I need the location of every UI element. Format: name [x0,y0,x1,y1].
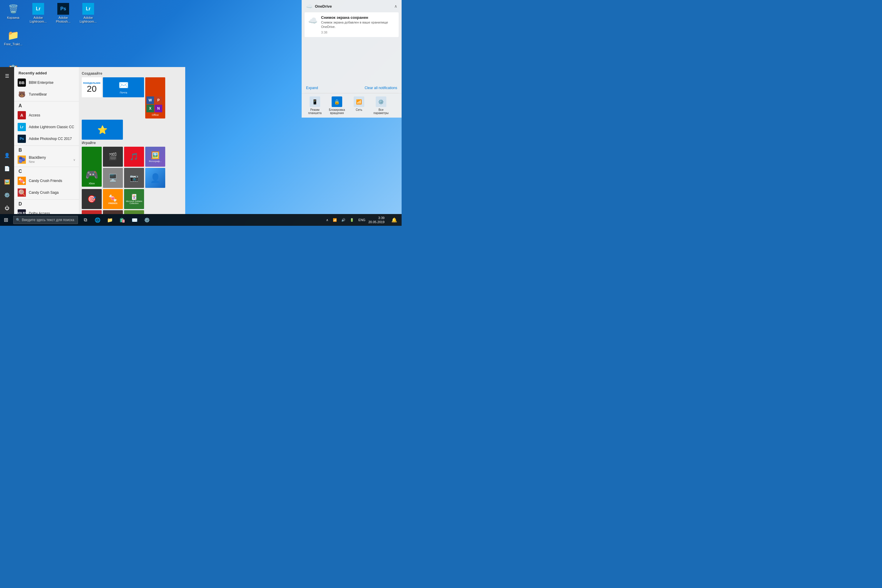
tablet-mode-label: Режимпланшета [308,108,322,115]
tile-groove[interactable]: 🎵 [124,147,144,167]
folder1-icon: 📁 [8,29,19,41]
taskbar-clock[interactable]: 3:39 20.05.2019 [368,216,387,224]
tile-game2[interactable]: ⚔️ [103,210,123,214]
calendar-num: 20 [87,84,96,93]
desktop: 🗑️ Корзина Lr AdobeLightroom... Ps Adobe… [0,0,402,226]
tile-calc[interactable]: 🖥️ [103,168,123,188]
tile-photo[interactable]: 🖼️ Фотограф... [145,147,165,167]
mail-icon: ✉️ [118,80,129,90]
app-lightroom[interactable]: Lr Adobe Lightroom Classic CC [14,121,79,133]
desktop-icon-lr2[interactable]: Lr AdobeLightroom... [78,3,99,24]
tunnelbear-label: TunnelBear [29,92,47,96]
bbm-icon: BB [18,78,26,87]
tile-mypeople[interactable]: ⭐ [82,120,123,140]
mail-label: Почта [120,91,127,94]
folder1-label: Free_Trakt... [4,42,22,46]
expand-link[interactable]: Expand [306,86,318,90]
game-dark-icon: 🎯 [87,195,96,203]
tile-office[interactable]: W P X N Office [145,77,165,118]
taskbar-right: ∧ 📶 🔊 🔋 ENG 3:39 20.05.2019 🔔 [325,214,402,226]
taskbar-chevron-up[interactable]: ∧ [325,218,330,222]
app-tunnelbear[interactable]: 🐻 TunnelBear [14,88,79,100]
taskbar-date: 20.05.2019 [368,220,384,224]
action-tablet-mode[interactable]: 📱 Режимпланшета [306,96,324,115]
lightroom-list-icon: Lr [18,123,26,131]
tile-camera[interactable]: 📷 [124,168,144,188]
app-candy-saga[interactable]: 🍭 Candy Crush Saga [14,187,79,198]
app-access[interactable]: A Access [14,110,79,121]
notif-close-btn[interactable]: ∧ [394,4,397,9]
tile-candy-friends[interactable]: 🍬 FRIENDS [103,189,123,209]
desktop-icon-folder1[interactable]: 📁 Free_Trakt... [3,29,24,46]
taskbar-volume-icon[interactable]: 🔊 [340,218,347,222]
clear-all-link[interactable]: Clear all notifications [364,86,397,90]
edge-taskbar-btn[interactable]: 🌐 [92,214,104,226]
notif-desc: Снимок экрана добавлен в ваше хранилище … [321,20,396,29]
tunnelbear-icon: 🐻 [18,90,26,99]
tile-calendar[interactable]: понедельник 20 [82,77,102,98]
sidebar-docs[interactable]: 📄 [1,163,13,174]
tile-mail[interactable]: ✉️ Почта [103,77,144,98]
search-icon: 🔍 [16,218,20,222]
tile-films[interactable]: 🎬 [103,147,123,167]
app-candy-friends[interactable]: 🍬 Candy Crush Friends [14,175,79,187]
photoshop-list-icon: Ps [18,135,26,143]
tile-game3[interactable]: 🌿 [124,210,144,214]
calc-icon: 🖥️ [108,174,117,182]
tile-person[interactable]: 👤 [145,168,165,188]
taskbar-language[interactable]: ENG [357,218,367,222]
app-blackberry[interactable]: 🫐 BlackBerryNew ∨ [14,154,79,166]
desktop-icon-lr[interactable]: Lr AdobeLightroom... [28,3,48,24]
start-sidebar: ☰ 👤 📄 🖼️ ⚙️ ⏻ [0,67,14,214]
access-label: Access [29,113,40,117]
store-taskbar-btn[interactable]: 🛍️ [116,214,128,226]
task-view-btn[interactable]: ⧉ [80,214,91,226]
mail-taskbar-btn[interactable]: ✉️ [129,214,141,226]
rotation-lock-icon: 🔒 [332,96,342,107]
tile-game-dark[interactable]: 🎯 [82,189,102,209]
tile-xbox[interactable]: 🎮 Xbox [82,147,102,187]
all-settings-icon: ⚙️ [376,96,386,107]
lightroom2-label: AdobeLightroom... [80,16,97,24]
taskbar-pinned-apps: ⧉ 🌐 📁 🛍️ ✉️ ⚙️ [80,214,153,226]
mypeople-icon: ⭐ [98,125,108,135]
explorer-taskbar-btn[interactable]: 📁 [104,214,116,226]
search-input[interactable] [22,218,75,222]
action-all-settings[interactable]: ⚙️ Всепараметры [372,96,390,115]
start-button[interactable]: ⊞ [0,214,12,226]
section-c: C [14,167,79,175]
sidebar-settings[interactable]: ⚙️ [1,189,13,201]
action-network[interactable]: 📶 Сеть [350,96,368,115]
photo-label: Фотограф... [149,160,161,163]
sidebar-hamburger[interactable]: ☰ [1,70,13,82]
app-photoshop[interactable]: Ps Adobe Photoshop CC 2017 [14,133,79,145]
tile-candy-saga[interactable]: 🍭 [82,210,102,214]
candy-friends-label: Candy Crush Friends [29,179,62,183]
dolby-icon: DOLBY [18,209,26,214]
settings-taskbar-btn[interactable]: ⚙️ [141,214,153,226]
sidebar-photos[interactable]: 🖼️ [1,176,13,188]
tiles-photo-col: 🖼️ Фотограф... 👤 [145,147,165,188]
taskbar-network-icon[interactable]: 📶 [332,218,338,222]
sidebar-power[interactable]: ⏻ [1,202,13,214]
sidebar-user[interactable]: 👤 [1,149,13,161]
desktop-icon-recycle[interactable]: 🗑️ Корзина [3,3,24,24]
desktop-icon-ps[interactable]: Ps AdobePhotosh... [53,3,74,24]
app-dolby[interactable]: DOLBY Dolby Access [14,208,79,214]
xbox-icon: 🎮 [85,168,99,181]
network-label: Сеть [356,108,362,111]
tiles-play-grid: 🎬 🎵 🖥️ 📷 [103,147,144,188]
blackberry-chevron: ∨ [73,158,75,161]
taskbar-notification-btn[interactable]: 🔔 [388,214,400,226]
tile-solitaire[interactable]: 🃏 Microsoft Solitaire Collection [124,189,144,209]
action-rotation-lock[interactable]: 🔒 Блокировкавращения [328,96,346,115]
taskbar-battery-icon[interactable]: 🔋 [348,218,356,222]
taskbar-search-box[interactable]: 🔍 [13,216,78,224]
notif-header: ☁️ OneDrive ∧ [302,0,402,11]
candy-saga-icon: 🍭 [18,189,26,196]
office-onenote-icon: N [154,105,162,112]
photoshop-label: AdobePhotosh... [56,16,70,24]
app-bbm[interactable]: BB BBM Enterprise [14,77,79,88]
start-tiles: Создавайте понедельник 20 ✉️ Почта [79,67,185,214]
solitaire-icon: 🃏 [131,194,137,200]
